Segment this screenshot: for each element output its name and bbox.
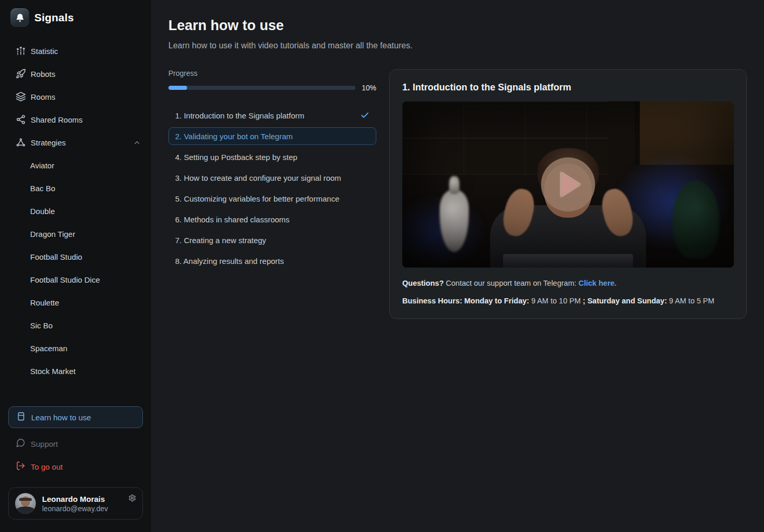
lessons-panel: Progress 10% 1. Introduction to the Sign… [168,69,376,270]
sidebar-item-bac-bo[interactable]: Bac Bo [0,177,151,200]
video-player[interactable] [402,101,734,268]
page-title: Learn how to use [168,18,747,33]
footer-item-label: Support [31,440,58,448]
sidebar-item-aviator[interactable]: Aviator [0,154,151,177]
sidebar-item-logout[interactable]: To go out [8,455,143,478]
questions-bold: Questions? [402,279,444,287]
gear-icon[interactable] [128,494,136,502]
sidebar-item-learn-how-to-use[interactable]: Learn how to use [8,406,143,428]
sidebar-item-label: Shared Rooms [31,115,83,124]
logout-icon [16,461,25,472]
sidebar: Signals Statistic Robots Rooms Shared Ro… [0,0,152,532]
lesson-label: 2. Validating your bot on Telegram [175,132,293,141]
sidebar-item-statistic[interactable]: Statistic [0,39,151,62]
support-chat-icon [16,438,25,449]
chart-icon [16,46,26,56]
sidebar-item-strategies[interactable]: Strategies [0,131,151,154]
user-card[interactable]: Leonardo Morais leonardo@eway.dev [8,487,143,520]
lesson-item-7[interactable]: 7. Creating a new strategy [168,231,376,249]
questions-text: Contact our support team on Telegram: [444,279,578,287]
sub-item-label: Aviator [30,161,54,170]
sidebar-item-spaceman[interactable]: Spaceman [0,337,151,360]
lesson-item-1[interactable]: 1. Introduction to the Signals platform [168,107,376,124]
sidebar-item-label: Rooms [31,92,56,101]
lesson-label: 1. Introduction to the Signals platform [175,111,304,120]
sidebar-item-sic-bo[interactable]: Sic Bo [0,314,151,337]
sub-item-label: Double [30,207,55,216]
book-icon [16,411,26,423]
progress-label: Progress [168,69,376,77]
progress-percent: 10% [362,84,376,92]
lesson-detail-title: 1. Introduction to the Signals platform [402,82,734,93]
user-meta: Leonardo Morais leonardo@eway.dev [42,495,108,513]
sub-item-label: Dragon Tiger [30,230,75,238]
lesson-detail-card: 1. Introduction to the Signals platform [389,69,747,319]
hours-bold-2: ; Saturday and Sunday: [583,297,669,305]
user-name: Leonardo Morais [42,495,108,503]
lesson-label: 8. Analyzing results and reports [175,257,284,265]
sidebar-item-double[interactable]: Double [0,200,151,222]
sub-item-label: Roulette [30,298,59,307]
lesson-item-2[interactable]: 2. Validating your bot on Telegram [168,127,376,145]
sidebar-item-support[interactable]: Support [8,432,143,455]
lesson-label: 3. How to create and configure your sign… [175,174,341,182]
sidebar-item-rooms[interactable]: Rooms [0,85,151,108]
avatar [15,493,36,514]
sidebar-footer-nav: Learn how to use Support To go out [0,406,151,478]
hours-bold-1: Business Hours: Monday to Friday: [402,297,531,305]
sidebar-item-label: Robots [31,70,56,78]
lesson-item-4[interactable]: 4. Setting up Postback step by step [168,148,376,166]
sidebar-item-football-studio-dice[interactable]: Football Studio Dice [0,268,151,291]
sub-item-label: Football Studio Dice [30,275,100,284]
lesson-label: 7. Creating a new strategy [175,236,266,245]
strategies-submenu: Aviator Bac Bo Double Dragon Tiger Footb… [0,154,151,382]
questions-line: Questions? Contact our support team on T… [402,278,734,288]
sub-item-label: Sic Bo [30,321,52,330]
sidebar-item-roulette[interactable]: Roulette [0,291,151,314]
support-link[interactable]: Click here. [578,279,616,287]
lesson-item-5[interactable]: 5. Customizing variables for better perf… [168,190,376,207]
page-subtitle: Learn how to use it with video tutorials… [168,41,747,50]
sidebar-item-stock-market[interactable]: Stock Market [0,360,151,382]
sidebar-item-shared-rooms[interactable]: Shared Rooms [0,108,151,131]
sidebar-item-robots[interactable]: Robots [0,62,151,85]
lesson-list: 1. Introduction to the Signals platform … [168,107,376,270]
chevron-up-icon[interactable] [133,139,141,147]
sub-item-label: Stock Market [30,367,76,376]
user-email: leonardo@eway.dev [42,504,108,513]
sub-item-label: Spaceman [30,344,68,353]
app-logo: Signals [0,8,151,27]
sidebar-item-football-studio[interactable]: Football Studio [0,245,151,268]
sidebar-item-label: Strategies [31,138,66,147]
progress-row: 10% [168,84,376,92]
sidebar-spacer [0,382,151,406]
bell-icon [10,8,29,27]
layers-icon [16,91,26,102]
main-content: Learn how to use Learn how to use it wit… [152,0,764,532]
lesson-label: 5. Customizing variables for better perf… [175,194,339,203]
sidebar-nav: Statistic Robots Rooms Shared Rooms Stra… [0,39,151,382]
sidebar-item-label: Statistic [31,47,58,56]
lesson-item-6[interactable]: 6. Methods in shared classrooms [168,210,376,228]
footer-item-label: To go out [31,462,63,471]
sub-item-label: Football Studio [30,252,82,261]
sub-item-label: Bac Bo [30,184,55,193]
play-button[interactable] [541,157,595,211]
rocket-icon [16,69,26,79]
app-title: Signals [34,11,74,24]
sidebar-item-dragon-tiger[interactable]: Dragon Tiger [0,222,151,245]
progress-bar-fill [168,86,187,90]
check-icon [360,111,370,120]
lesson-item-3[interactable]: 3. How to create and configure your sign… [168,169,376,187]
hours-text-1: 9 AM to 10 PM [531,297,583,305]
lesson-label: 6. Methods in shared classrooms [175,215,289,224]
strategy-icon [16,137,26,148]
lesson-label: 4. Setting up Postback step by step [175,153,297,162]
business-hours-line: Business Hours: Monday to Friday: 9 AM t… [402,296,734,306]
footer-item-label: Learn how to use [31,413,91,422]
content-row: Progress 10% 1. Introduction to the Sign… [168,69,747,319]
play-icon [561,172,581,197]
progress-bar [168,86,355,90]
lesson-item-8[interactable]: 8. Analyzing results and reports [168,252,376,270]
share-icon [16,114,26,125]
